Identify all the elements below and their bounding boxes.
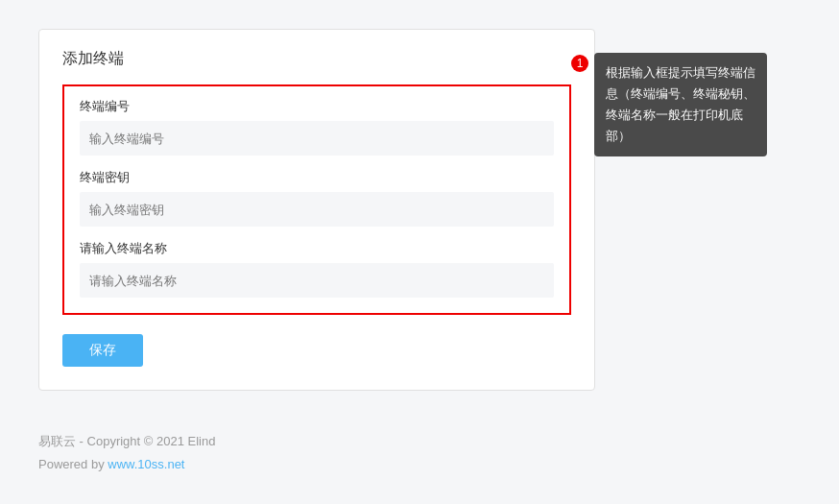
label-terminal-name: 请输入终端名称	[80, 240, 554, 257]
form-group-terminal-name: 请输入终端名称	[80, 240, 554, 298]
footer-copyright: 易联云 - Copyright © 2021 Elind	[38, 430, 215, 452]
tooltip-wrapper: 1 根据输入框提示填写终端信息（终端编号、终端秘钥、终端名称一般在打印机底部）	[571, 53, 767, 156]
form-group-terminal-key: 终端密钥	[80, 169, 554, 227]
card-title: 添加终端	[62, 49, 571, 69]
footer-powered-label: Powered by	[38, 457, 108, 471]
save-button[interactable]: 保存	[62, 334, 143, 367]
footer-powered-link[interactable]: www.10ss.net	[108, 457, 184, 471]
form-border-box: 终端编号 终端密钥 请输入终端名称	[62, 84, 571, 315]
input-terminal-id[interactable]	[80, 121, 554, 156]
card: 添加终端 终端编号 终端密钥 请输入终端名称 保存	[38, 29, 595, 391]
footer-powered: Powered by www.10ss.net	[38, 453, 215, 475]
main-container: 添加终端 终端编号 终端密钥 请输入终端名称 保存 1 根据输入框提示填写终端信…	[0, 0, 839, 410]
label-terminal-key: 终端密钥	[80, 169, 554, 186]
tooltip-box: 根据输入框提示填写终端信息（终端编号、终端秘钥、终端名称一般在打印机底部）	[594, 53, 767, 156]
label-terminal-id: 终端编号	[80, 98, 554, 115]
input-terminal-key[interactable]	[80, 192, 554, 227]
form-group-terminal-id: 终端编号	[80, 98, 554, 156]
footer: 易联云 - Copyright © 2021 Elind Powered by …	[38, 430, 215, 475]
tooltip-badge: 1	[571, 55, 588, 72]
input-terminal-name[interactable]	[80, 263, 554, 298]
